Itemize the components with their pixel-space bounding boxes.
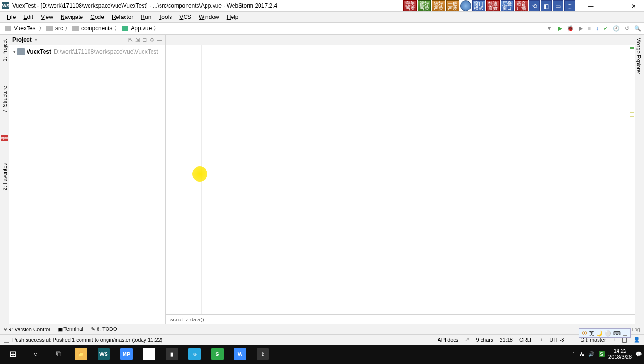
- settings-icon[interactable]: ⚙: [150, 37, 154, 43]
- quality-button[interactable]: 完美画质: [403, 0, 417, 11]
- tool-icon[interactable]: ◧: [541, 0, 552, 11]
- editor-breadcrumb[interactable]: script › data(): [166, 314, 635, 324]
- tray-volume-icon[interactable]: 🔊: [588, 351, 595, 357]
- navigation-bar: VuexTest〉src〉components〉App.vue〉 ▾ ▶ 🐞 ▶…: [0, 23, 644, 35]
- code-editor[interactable]: [166, 46, 635, 314]
- app4-taskbar-icon[interactable]: ⟟: [252, 345, 274, 363]
- warning-marker: [630, 116, 634, 117]
- search-icon[interactable]: 🔍: [634, 25, 641, 32]
- notifications-icon[interactable]: 💬: [635, 351, 642, 357]
- chrome-taskbar-icon[interactable]: ◉: [138, 345, 160, 363]
- terminal-tab[interactable]: ▣ Terminal: [58, 326, 83, 332]
- cortana-button[interactable]: ○: [25, 345, 46, 363]
- error-stripe[interactable]: [629, 46, 635, 314]
- close-button[interactable]: ✕: [623, 0, 644, 12]
- mp-taskbar-icon[interactable]: MP: [116, 345, 137, 363]
- api-docs-link[interactable]: API docs: [438, 337, 458, 343]
- version-control-tab[interactable]: ⑂ 9: Version Control: [4, 327, 50, 332]
- quality-button[interactable]: 语音广播: [515, 0, 528, 11]
- menu-vcs[interactable]: VCS: [176, 13, 195, 21]
- explorer-taskbar-icon[interactable]: 📁: [70, 345, 92, 363]
- breadcrumb-item[interactable]: components: [71, 25, 114, 32]
- selection-chars: 9 chars: [476, 337, 493, 343]
- menu-file[interactable]: File: [3, 13, 19, 21]
- quality-button[interactable]: 层叠窗口: [501, 0, 514, 11]
- quality-button[interactable]: 一般画质: [446, 0, 459, 11]
- editor-tabs: [166, 35, 635, 46]
- coverage-icon[interactable]: ▶: [579, 25, 583, 32]
- cursor-highlight-icon: [192, 166, 207, 182]
- minimize-button[interactable]: —: [580, 0, 601, 12]
- menu-edit[interactable]: Edit: [19, 13, 37, 21]
- caret-position[interactable]: 21:18: [500, 337, 513, 343]
- debug-icon[interactable]: 🐞: [567, 25, 574, 32]
- round-tool-icon[interactable]: [460, 0, 471, 11]
- project-tree[interactable]: ▾ VuexTest D:\work\171108\workspace\vue\…: [9, 46, 165, 324]
- line-separator[interactable]: CRLF: [519, 337, 533, 343]
- hector-icon[interactable]: 👤: [634, 337, 640, 343]
- breadcrumb-item[interactable]: App.vue: [120, 25, 153, 32]
- status-marker: [630, 47, 634, 49]
- file-encoding[interactable]: UTF-8: [549, 337, 564, 343]
- quality-button[interactable]: 窗口模式: [472, 0, 485, 11]
- tray-network-icon[interactable]: 🖧: [579, 351, 584, 357]
- dropdown-icon[interactable]: ▾: [35, 36, 37, 43]
- menu-code[interactable]: Code: [87, 13, 108, 21]
- app1-taskbar-icon[interactable]: ☺: [184, 345, 206, 363]
- app-icon: WS: [2, 2, 9, 9]
- menu-window[interactable]: Window: [195, 13, 223, 21]
- stop-icon: ■: [588, 25, 591, 32]
- quality-button[interactable]: 较好画质: [432, 0, 445, 11]
- warning-marker: [630, 112, 634, 113]
- menu-refactor[interactable]: Refactor: [108, 13, 137, 21]
- maximize-button[interactable]: ☐: [601, 0, 623, 12]
- run-icon[interactable]: ▶: [558, 25, 562, 32]
- tool-icon[interactable]: ⬚: [564, 0, 575, 11]
- tray-up-icon[interactable]: ˄: [572, 351, 575, 357]
- collapse-icon[interactable]: ⊟: [143, 37, 147, 43]
- commit-icon[interactable]: ✓: [603, 25, 608, 32]
- webstorm-taskbar-icon[interactable]: WS: [93, 345, 115, 363]
- autoscroll2-icon[interactable]: ⇲: [135, 37, 140, 43]
- project-panel: Project ▾ ⇱ ⇲ ⊟ ⚙ — ▾ VuexTest D:\work\1…: [9, 35, 166, 324]
- message-icon[interactable]: [4, 337, 9, 343]
- history-icon[interactable]: 🕘: [613, 25, 620, 32]
- breadcrumb-item[interactable]: VuexTest: [3, 25, 39, 32]
- tool-icon[interactable]: ⟲: [529, 0, 540, 11]
- menu-run[interactable]: Run: [137, 13, 155, 21]
- windows-taskbar: ⊞ ○ ⧉ 📁 WS MP ◉ ▮ ☺ S W ⟟ ˄ 🖧 🔊 S 14:222…: [0, 345, 644, 364]
- quality-button[interactable]: 很好画质: [418, 0, 431, 11]
- favorites-tool-tab[interactable]: 2: Favorites: [1, 160, 9, 193]
- mongo-explorer-tab[interactable]: Mongo Explorer: [635, 35, 643, 77]
- revert-icon[interactable]: ↺: [625, 25, 629, 32]
- npm-tool-tab[interactable]: npm: [1, 135, 8, 141]
- ime-indicator[interactable]: ⦿英🌙⚪⌨: [579, 328, 631, 338]
- status-message: Push successful: Pushed 1 commit to orig…: [12, 337, 162, 343]
- app2-taskbar-icon[interactable]: S: [206, 345, 228, 363]
- project-root-name[interactable]: VuexTest: [27, 48, 51, 55]
- project-view-label[interactable]: Project: [12, 36, 32, 43]
- autoscroll-icon[interactable]: ⇱: [128, 37, 133, 43]
- hide-icon[interactable]: —: [157, 37, 162, 43]
- menu-tools[interactable]: Tools: [155, 13, 176, 21]
- app3-taskbar-icon[interactable]: W: [229, 345, 251, 363]
- structure-tool-tab[interactable]: 7: Structure: [1, 83, 9, 116]
- bottom-toolbar: ⑂ 9: Version Control ▣ Terminal ✎ 6: TOD…: [0, 324, 644, 334]
- quality-button[interactable]: 快速高效: [486, 0, 500, 11]
- taskview-button[interactable]: ⧉: [47, 345, 69, 363]
- menu-navigate[interactable]: Navigate: [57, 13, 87, 21]
- editor-area: script › data(): [166, 35, 635, 324]
- tool-icon[interactable]: ▭: [553, 0, 564, 11]
- tray-app-icon[interactable]: S: [599, 351, 605, 357]
- breadcrumb-item[interactable]: src: [45, 25, 65, 32]
- start-button[interactable]: ⊞: [2, 345, 24, 363]
- capture-toolbar: 完美画质很好画质较好画质一般画质窗口模式快速高效层叠窗口语音广播⟲◧▭⬚: [403, 0, 575, 11]
- terminal-taskbar-icon[interactable]: ▮: [161, 345, 183, 363]
- menu-view[interactable]: View: [37, 13, 57, 21]
- system-clock[interactable]: 14:222018/3/28: [608, 348, 632, 360]
- todo-tab[interactable]: ✎ 6: TODO: [91, 326, 117, 332]
- menu-help[interactable]: Help: [223, 13, 242, 21]
- project-tool-tab[interactable]: 1: Project: [1, 36, 9, 64]
- update-icon[interactable]: ↓: [596, 25, 599, 32]
- dropdown-icon[interactable]: ▾: [546, 25, 553, 32]
